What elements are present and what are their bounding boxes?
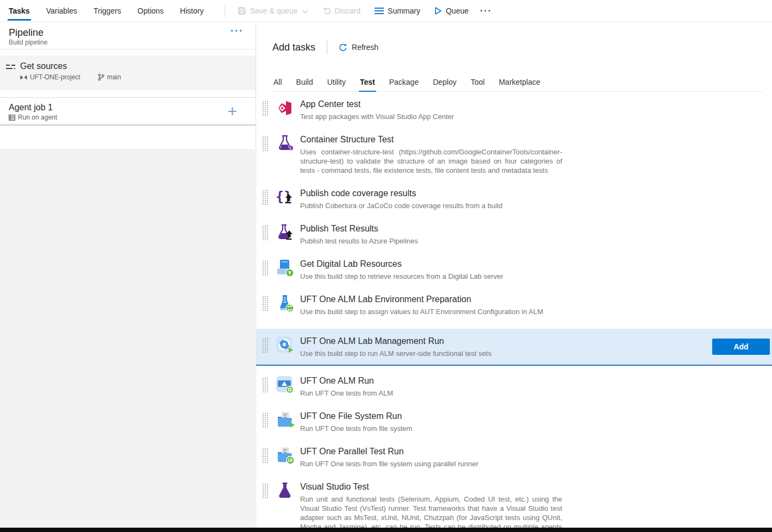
undo-icon	[322, 7, 331, 15]
alm-lab-management-icon	[275, 335, 295, 355]
summary-button[interactable]: Summary	[375, 7, 420, 15]
drag-handle-icon[interactable]	[263, 448, 269, 464]
visual-studio-test-icon	[275, 481, 295, 500]
agent-job-title: Agent job 1	[9, 102, 247, 113]
task-description: Use this build step to run ALM server-si…	[300, 349, 491, 358]
refresh-label: Refresh	[352, 43, 378, 52]
pipeline-toolbar: Save & queue Discard Summary Queue ···	[231, 6, 492, 16]
task-catalog-panel: Add tasks Refresh All Build Utility Test…	[256, 22, 772, 528]
task-title: UFT One ALM Run	[300, 375, 393, 386]
drag-handle-icon[interactable]	[263, 413, 269, 428]
task-row[interactable]: Get Digital Lab Resources Use this build…	[256, 258, 772, 281]
category-tab-tool[interactable]: Tool	[470, 78, 486, 91]
task-row[interactable]: UFT One ALM Run Run UFT One tests from A…	[256, 375, 772, 398]
task-row[interactable]: Container Structure Test Uses container-…	[256, 134, 772, 175]
drag-handle-icon[interactable]	[263, 190, 269, 205]
alm-run-icon	[275, 375, 295, 395]
category-tab-utility[interactable]: Utility	[326, 78, 347, 91]
category-tab-all[interactable]: All	[272, 78, 283, 91]
pipeline-sidebar: Pipeline Build pipeline ··· Get sources …	[0, 22, 256, 528]
category-tab-deploy[interactable]: Deploy	[432, 78, 458, 91]
task-title: UFT One Parallel Test Run	[300, 446, 478, 457]
task-title: Get Digital Lab Resources	[300, 258, 503, 270]
chevron-down-icon	[302, 7, 308, 15]
task-description: Test app packages with Visual Studio App…	[300, 112, 454, 121]
task-row[interactable]: {} Publish code coverage results Publish…	[256, 187, 772, 210]
add-task-to-job-button[interactable]: +	[227, 103, 237, 120]
refresh-icon	[339, 43, 347, 52]
category-tab-build[interactable]: Build	[295, 78, 314, 91]
code-coverage-icon: {}	[275, 187, 295, 207]
source-branch-name: main	[107, 73, 121, 81]
refresh-button[interactable]: Refresh	[339, 43, 378, 52]
summary-list-icon	[375, 7, 384, 15]
category-tab-package[interactable]: Package	[388, 78, 420, 91]
tab-triggers[interactable]: Triggers	[92, 0, 122, 22]
add-tasks-title: Add tasks	[272, 42, 315, 53]
drag-handle-icon[interactable]	[263, 101, 269, 116]
task-description: Run UFT One tests from file system	[300, 424, 412, 433]
queue-button[interactable]: Queue	[434, 7, 469, 15]
agent-job-subtitle: Run on agent	[18, 114, 57, 121]
task-description: Run unit and functional tests (Selenium,…	[300, 495, 562, 532]
sources-icon	[5, 63, 16, 90]
parallel-run-icon	[275, 446, 295, 465]
task-description: Run UFT One tests from file system using…	[300, 459, 478, 468]
task-list: App Center test Test app packages with V…	[256, 98, 772, 532]
tab-variables[interactable]: Variables	[45, 0, 78, 22]
task-title: Container Structure Test	[300, 134, 562, 145]
pipeline-more-icon[interactable]: ···	[231, 26, 244, 37]
drag-handle-icon[interactable]	[263, 261, 269, 276]
agent-job-row[interactable]: Agent job 1 Run on agent +	[0, 97, 256, 126]
task-title: Visual Studio Test	[300, 481, 562, 492]
task-description: Run UFT One tests from ALM	[300, 389, 393, 398]
toolbar-divider	[225, 4, 225, 17]
drag-handle-icon[interactable]	[263, 296, 269, 311]
task-row[interactable]: UFT One ALM Lab Environment Preparation …	[256, 293, 772, 316]
category-tab-marketplace[interactable]: Marketplace	[497, 78, 541, 91]
get-sources-title: Get sources	[20, 61, 121, 72]
task-row[interactable]: UFT One ALM Lab Management Run Use this …	[256, 329, 772, 366]
window-bottom-edge	[0, 528, 772, 532]
task-row[interactable]: Publish Test Results Publish test result…	[256, 223, 772, 246]
source-project-name: UFT-ONE-project	[30, 73, 80, 81]
task-title: Publish Test Results	[300, 223, 418, 234]
task-row[interactable]: Visual Studio Test Run unit and function…	[256, 481, 772, 532]
add-task-button[interactable]: Add	[712, 339, 770, 355]
pipeline-header[interactable]: Pipeline Build pipeline ···	[0, 22, 256, 49]
task-row[interactable]: UFT One File System Run Run UFT One test…	[256, 410, 772, 433]
tab-options[interactable]: Options	[136, 0, 165, 22]
summary-label: Summary	[388, 7, 420, 15]
save-and-queue-label: Save & queue	[250, 7, 298, 15]
toolbar-more-icon[interactable]: ···	[480, 6, 492, 16]
app-center-icon	[275, 98, 295, 118]
tab-history[interactable]: History	[179, 0, 205, 22]
get-sources-row[interactable]: Get sources UFT-ONE-project main	[0, 55, 256, 90]
pipeline-subtitle: Build pipeline	[9, 39, 247, 46]
task-title: App Center test	[300, 98, 454, 110]
pipeline-title: Pipeline	[9, 27, 247, 39]
test-results-upload-icon	[275, 223, 295, 242]
task-description: Publish Cobertura or JaCoCo code coverag…	[300, 201, 502, 210]
task-description: Uses container-structure-test (https://g…	[300, 147, 562, 175]
tab-tasks[interactable]: Tasks	[8, 0, 31, 22]
digital-lab-icon	[275, 258, 295, 278]
task-category-tabs: All Build Utility Test Package Deploy To…	[272, 78, 763, 92]
drag-handle-icon[interactable]	[263, 136, 269, 152]
task-row[interactable]: App Center test Test app packages with V…	[256, 98, 772, 121]
drag-handle-icon[interactable]	[263, 226, 269, 241]
sidebar-empty-area	[0, 149, 255, 528]
task-description: Publish test results to Azure Pipelines	[300, 236, 418, 246]
save-and-queue-button: Save & queue	[238, 7, 308, 15]
task-description: Use this build step to assign values to …	[300, 307, 543, 316]
alm-env-prep-icon	[275, 293, 295, 313]
category-tab-test[interactable]: Test	[359, 78, 376, 91]
drag-handle-icon[interactable]	[263, 338, 269, 353]
save-icon	[238, 7, 246, 15]
drag-handle-icon[interactable]	[263, 378, 269, 393]
task-description: Use this build step to retrieve resource…	[300, 272, 503, 281]
task-row[interactable]: UFT One Parallel Test Run Run UFT One te…	[256, 446, 772, 468]
agent-icon	[9, 115, 15, 121]
drag-handle-icon[interactable]	[263, 484, 269, 499]
azure-devops-project-icon	[20, 74, 27, 80]
